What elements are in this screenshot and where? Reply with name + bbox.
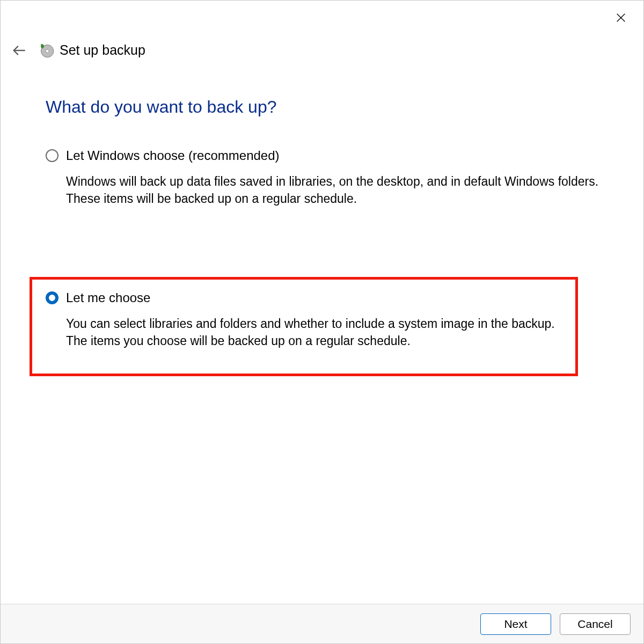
next-button[interactable]: Next [480,613,551,635]
radio-let-me-choose[interactable] [46,291,58,304]
backup-wizard-window: Set up backup What do you want to back u… [0,0,644,644]
cancel-button[interactable]: Cancel [560,613,631,635]
page-heading: What do you want to back up? [46,97,611,117]
window-title-text: Set up backup [60,42,145,58]
window-title: Set up backup [39,42,145,58]
back-arrow-icon[interactable] [11,43,26,58]
backup-disc-icon [39,43,54,58]
radio-windows-choose[interactable] [46,149,58,162]
footer-bar: Next Cancel [1,604,643,643]
option-description: You can select libraries and folders and… [66,315,579,349]
option-let-me-choose: Let me choose You can select libraries a… [46,290,579,349]
option-label[interactable]: Let me choose [66,290,150,305]
option-description: Windows will back up data files saved in… [66,173,611,207]
content-area: What do you want to back up? Let Windows… [46,97,611,229]
header-row: Set up backup [11,42,145,58]
svg-point-4 [46,49,49,53]
option-windows-choose: Let Windows choose (recommended) Windows… [46,148,611,207]
option-label[interactable]: Let Windows choose (recommended) [66,148,280,163]
close-icon[interactable] [613,10,628,25]
